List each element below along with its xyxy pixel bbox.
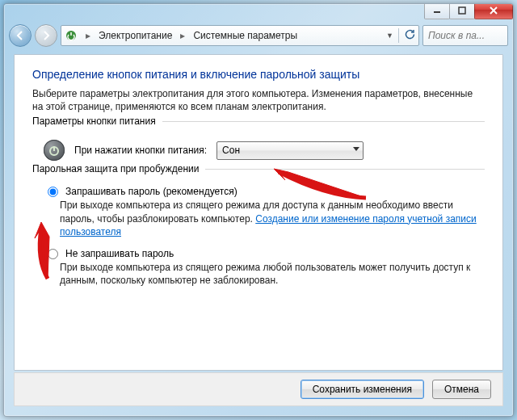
chevron-down-icon[interactable]: ▼ — [386, 32, 393, 40]
back-button[interactable] — [9, 24, 32, 47]
radio-require-password[interactable]: Запрашивать пароль (рекомендуется) При в… — [44, 186, 485, 238]
power-options-icon — [65, 29, 78, 42]
address-bar[interactable]: ▸ Электропитание ▸ Системные параметры ▼ — [61, 25, 419, 46]
cancel-button[interactable]: Отмена — [432, 380, 491, 399]
power-button-label: При нажатии кнопки питания: — [74, 145, 207, 156]
radio-input[interactable] — [48, 187, 58, 197]
page-description: Выберите параметры электропитания для эт… — [32, 87, 485, 113]
power-button-action-select[interactable]: Сон — [216, 141, 364, 160]
breadcrumb-item[interactable]: Электропитание — [99, 30, 172, 41]
content-panel: Определение кнопок питания и включение п… — [14, 54, 503, 371]
chevron-right-icon: ▸ — [180, 30, 185, 41]
save-button[interactable]: Сохранить изменения — [301, 380, 424, 399]
breadcrumb-item[interactable]: Системные параметры — [193, 30, 297, 41]
radio-description: При выходе компьютера из спящего режима … — [60, 199, 485, 238]
search-input[interactable] — [427, 29, 504, 42]
forward-button[interactable] — [35, 24, 57, 47]
page-title: Определение кнопок питания и включение п… — [32, 68, 485, 81]
maximize-button[interactable] — [449, 3, 475, 19]
navigation-bar: ▸ Электропитание ▸ Системные параметры ▼ — [9, 22, 508, 49]
select-value: Сон — [222, 145, 240, 156]
minimize-button[interactable] — [424, 3, 450, 19]
power-button-group: Параметры кнопки питания При нажатии кно… — [32, 121, 485, 161]
close-button[interactable] — [474, 3, 513, 19]
chevron-down-icon — [353, 147, 359, 151]
power-icon — [44, 140, 65, 161]
group-legend: Парольная защита при пробуждении — [32, 163, 205, 174]
search-box[interactable] — [422, 25, 508, 46]
separator — [398, 28, 399, 43]
radio-input[interactable] — [48, 249, 58, 259]
titlebar — [4, 4, 513, 22]
radio-no-password[interactable]: Не запрашивать пароль При выходе компьют… — [44, 248, 485, 287]
password-protection-group: Парольная защита при пробуждении Запраши… — [32, 169, 485, 287]
svg-rect-1 — [459, 7, 465, 14]
radio-label: Не запрашивать пароль — [65, 248, 174, 259]
radio-description: При выходе компьютера из спящего режима … — [60, 261, 485, 287]
group-legend: Параметры кнопки питания — [32, 116, 162, 127]
footer-bar: Сохранить изменения Отмена — [14, 372, 503, 406]
window-frame: ▸ Электропитание ▸ Системные параметры ▼… — [3, 3, 514, 417]
chevron-right-icon: ▸ — [86, 30, 90, 41]
radio-label: Запрашивать пароль (рекомендуется) — [65, 186, 237, 197]
refresh-icon[interactable] — [404, 29, 415, 43]
